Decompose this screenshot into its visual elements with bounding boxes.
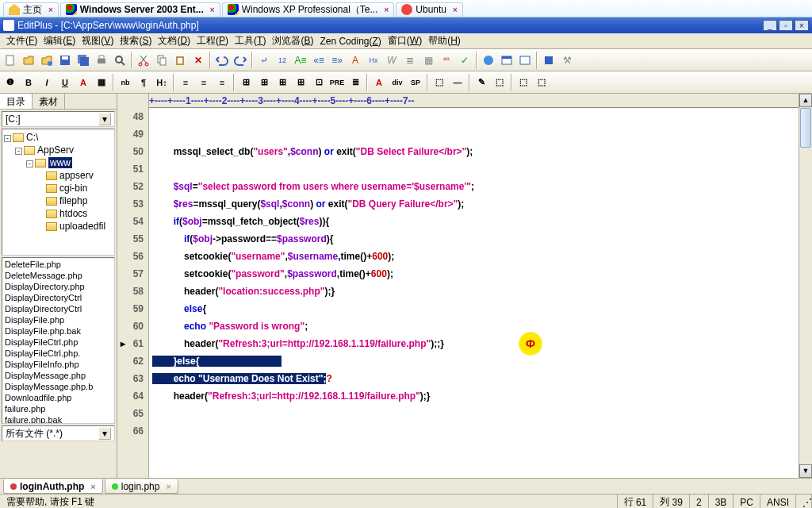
cut-button[interactable] xyxy=(135,52,152,69)
html-tool-button[interactable]: ⬚ xyxy=(515,74,532,91)
html-tool-button[interactable]: ≣ xyxy=(347,74,364,91)
drive-selector[interactable]: [C:] ▾ xyxy=(2,111,115,127)
html-tool-button[interactable]: ⊡ xyxy=(310,74,327,91)
code-line[interactable]: echo "Password is wrong"; xyxy=(149,318,799,335)
html-tool-button[interactable]: ≡ xyxy=(177,74,194,91)
check-button[interactable]: ✓ xyxy=(456,52,473,69)
spell-button[interactable]: ᴬᴮ xyxy=(438,52,455,69)
menu-h[interactable]: 帮助(H) xyxy=(425,33,464,49)
copy-button[interactable] xyxy=(153,52,170,69)
host-tab[interactable]: 主页× xyxy=(3,2,59,17)
code-line[interactable]: $res=mssql_query($sql,$conn) or exit("DB… xyxy=(149,195,799,213)
resize-grip[interactable]: ⋰ xyxy=(796,495,812,508)
hex-button[interactable]: Hx xyxy=(365,52,382,69)
menu-b[interactable]: 浏览器(B) xyxy=(269,33,316,49)
save-all-button[interactable] xyxy=(75,52,92,69)
close-tab-icon[interactable]: × xyxy=(90,482,95,491)
html-tool-button[interactable]: div xyxy=(389,74,406,91)
html-tool-button[interactable]: A xyxy=(370,74,388,91)
file-item[interactable]: failure.php.bak xyxy=(3,414,113,424)
file-item[interactable]: failure.php xyxy=(3,403,113,414)
preview-button[interactable] xyxy=(111,52,128,69)
html-tool-button[interactable]: — xyxy=(449,74,466,91)
file-item[interactable]: DisplayFileInfo.php xyxy=(3,359,113,370)
open-remote-button[interactable] xyxy=(38,52,56,69)
close-tab-icon[interactable]: × xyxy=(166,482,170,491)
indent-left-button[interactable]: «≡ xyxy=(310,52,327,69)
code-line[interactable] xyxy=(149,160,799,178)
minimize-button[interactable]: _ xyxy=(763,20,777,31)
undo-button[interactable] xyxy=(213,52,231,69)
code-line[interactable]: if($obj=mssql_fetch_object($res)){ xyxy=(149,213,799,230)
code-line[interactable]: header("location:success.php");} xyxy=(149,283,799,300)
code-line[interactable]: echo "Username Does Not Exist";? xyxy=(149,370,799,387)
folder-tree[interactable]: -C:\-AppServ-wwwappservcgi-binfilephphtd… xyxy=(2,129,115,256)
document-tab[interactable]: loginAuth.php× xyxy=(3,479,103,494)
tree-node[interactable]: uploadedfil xyxy=(4,220,113,233)
code-line[interactable]: if($obj->password==$password){ xyxy=(149,230,799,248)
code-line[interactable] xyxy=(149,440,799,457)
file-item[interactable]: DisplayDirectory.php xyxy=(3,281,113,292)
code-area[interactable]: mssql_select_db("users",$conn) or exit("… xyxy=(149,94,799,478)
find-button[interactable]: A xyxy=(347,52,364,69)
file-item[interactable]: DisplayFile.php.bak xyxy=(3,325,113,337)
expand-icon[interactable]: - xyxy=(26,160,33,167)
html-tool-button[interactable]: ⬚ xyxy=(491,74,508,91)
menu-z[interactable]: Zen Coding(Z) xyxy=(316,34,384,48)
dropdown-icon[interactable]: ▾ xyxy=(98,427,111,440)
html-tool-button[interactable]: H↕ xyxy=(153,74,170,91)
code-line[interactable] xyxy=(149,422,799,440)
file-item[interactable]: DisplayMessage.php xyxy=(3,370,113,381)
menu-p[interactable]: 工程(P) xyxy=(193,33,232,49)
menu-t[interactable]: 工具(T) xyxy=(232,33,269,49)
menu-f[interactable]: 文件(F) xyxy=(3,33,40,49)
expand-icon[interactable]: - xyxy=(4,135,11,142)
html-tool-button[interactable]: U xyxy=(56,74,74,91)
redo-button[interactable] xyxy=(232,52,249,69)
html-tool-button[interactable]: B xyxy=(20,74,37,91)
host-tab[interactable]: Windows XP Professional（Te...× xyxy=(222,2,395,17)
html-tool-button[interactable]: ✎ xyxy=(473,74,490,91)
code-line[interactable] xyxy=(149,405,799,422)
tree-node[interactable]: filephp xyxy=(4,194,113,207)
html-tool-button[interactable]: ▦ xyxy=(93,74,110,91)
spellcheck-button[interactable]: A≡ xyxy=(292,52,309,69)
code-line[interactable]: setcookie("password",$password,time()+60… xyxy=(149,265,799,283)
save-button[interactable] xyxy=(56,52,74,69)
document-tab[interactable]: login.php× xyxy=(105,479,178,494)
file-item[interactable]: DeleteFile.php xyxy=(3,259,113,270)
file-item[interactable]: Downloadfile.php xyxy=(3,392,113,403)
html-tool-button[interactable]: ⊞ xyxy=(237,74,255,91)
file-item[interactable]: DeleteMessage.php xyxy=(3,270,113,281)
maximize-button[interactable]: ▫ xyxy=(779,20,793,31)
file-item[interactable]: DisplayFileCtrl.php. xyxy=(3,348,113,359)
close-tab-icon[interactable]: × xyxy=(453,6,458,14)
tree-node[interactable]: -www xyxy=(4,156,113,169)
editor[interactable]: +----+----1----+----2----+----3----+----… xyxy=(117,94,812,478)
file-item[interactable]: DisplayFile.php xyxy=(3,314,113,325)
column-button[interactable]: ≣ xyxy=(401,52,419,69)
open-file-button[interactable] xyxy=(20,52,37,69)
host-tab[interactable]: Ubuntu× xyxy=(396,2,463,17)
wordwrap-button[interactable]: ⤶ xyxy=(255,52,273,69)
html-tool-button[interactable]: PRE xyxy=(328,74,346,91)
vertical-scrollbar[interactable]: ▲ ▼ xyxy=(799,94,812,478)
menu-s[interactable]: 搜索(S) xyxy=(117,33,155,49)
html-tool-button[interactable]: ⬚ xyxy=(431,74,448,91)
scroll-up-button[interactable]: ▲ xyxy=(799,94,812,107)
scroll-thumb[interactable] xyxy=(800,108,811,148)
window-button[interactable] xyxy=(498,52,515,69)
file-item[interactable]: DisplayMessage.php.b xyxy=(3,381,113,392)
scroll-down-button[interactable]: ▼ xyxy=(799,464,812,478)
print-button[interactable] xyxy=(93,52,110,69)
toggle-button[interactable]: ▦ xyxy=(419,52,437,69)
delete-button[interactable]: ✕ xyxy=(190,52,207,69)
indent-right-button[interactable]: ≡» xyxy=(328,52,346,69)
tree-node[interactable]: cgi-bin xyxy=(4,182,113,194)
file-filter[interactable]: 所有文件 (*.*) ▾ xyxy=(2,425,115,441)
sidebar-tab[interactable]: 目录 xyxy=(0,94,33,109)
directory-button[interactable] xyxy=(516,52,534,69)
html-tool-button[interactable]: A xyxy=(75,74,92,91)
code-line[interactable] xyxy=(149,457,799,475)
menu-d[interactable]: 文档(D) xyxy=(155,33,193,49)
